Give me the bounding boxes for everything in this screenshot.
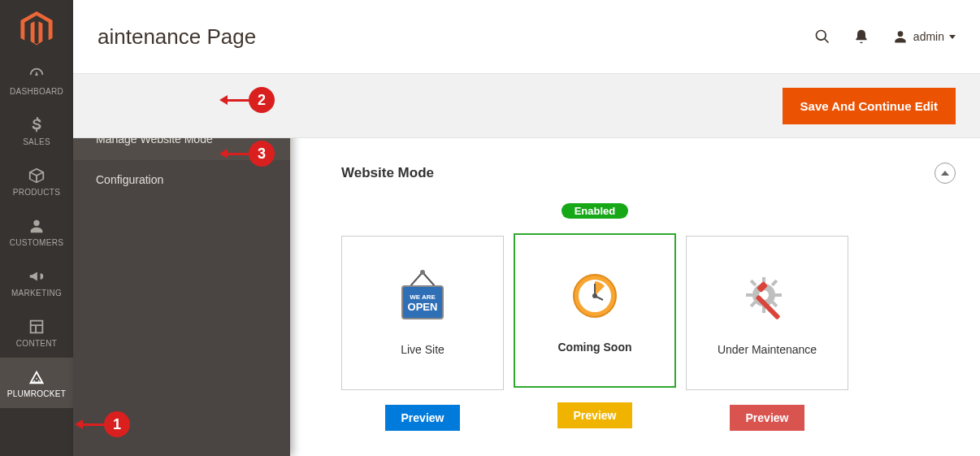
callout-2: 2	[226, 87, 275, 113]
callout-1: 1	[81, 411, 130, 437]
section-header: Website Mode	[341, 163, 956, 203]
svg-line-4	[423, 272, 435, 286]
mode-label: Under Maintenance	[718, 343, 817, 356]
sidebar-item-label: PRODUCTS	[13, 188, 61, 197]
sidebar-item-label: MARKETING	[11, 289, 62, 297]
callout-number: 1	[104, 411, 130, 437]
svg-text:OPEN: OPEN	[408, 301, 438, 313]
gauge-icon	[28, 66, 46, 84]
sidebar-item-marketing[interactable]: MARKETING	[0, 257, 73, 307]
svg-point-2	[38, 380, 40, 381]
open-sign-icon: WE ARE OPEN	[394, 270, 451, 327]
card-coming-soon[interactable]: Coming Soon	[514, 233, 676, 388]
mode-live-site: WE ARE OPEN Live Site Preview	[341, 203, 504, 431]
sidebar-item-label: CUSTOMERS	[10, 238, 63, 247]
layout-icon	[28, 318, 46, 336]
preview-coming-soon-button[interactable]: Preview	[557, 402, 633, 428]
sidebar-item-plumrocket[interactable]: PLUMROCKET	[0, 358, 73, 408]
sidebar-item-label: CONTENT	[16, 339, 57, 348]
chevron-down-icon	[949, 35, 956, 39]
callout-3: 3	[226, 141, 275, 167]
user-icon	[892, 28, 908, 45]
page-title: aintenance Page	[98, 24, 256, 50]
svg-point-0	[36, 377, 37, 379]
mode-cards: WE ARE OPEN Live Site Preview Enabled	[341, 203, 956, 431]
svg-rect-19	[775, 293, 782, 297]
arrow-icon	[81, 423, 106, 426]
svg-rect-22	[771, 280, 778, 286]
sidebar-item-label: SALES	[23, 137, 50, 146]
enabled-badge: Enabled	[562, 203, 629, 219]
admin-sidebar: DASHBOARD SALES PRODUCTS CUSTOMERS MARKE…	[0, 0, 73, 456]
svg-rect-20	[750, 280, 757, 286]
mode-label: Live Site	[401, 343, 444, 356]
megaphone-icon	[28, 267, 46, 285]
svg-point-1	[33, 380, 35, 381]
mode-coming-soon: Enabled Coming Soon Preview	[514, 203, 676, 431]
page-header: aintenance Page admin	[73, 0, 980, 73]
arrow-icon	[226, 153, 250, 155]
admin-label: admin	[913, 30, 944, 43]
card-live-site[interactable]: WE ARE OPEN Live Site	[341, 236, 504, 390]
preview-maintenance-button[interactable]: Preview	[730, 405, 805, 431]
arrow-icon	[226, 99, 250, 102]
search-icon[interactable]	[814, 28, 830, 45]
mode-under-maintenance: Under Maintenance Preview	[686, 203, 848, 431]
header-tools: admin	[814, 28, 956, 45]
magento-logo	[0, 0, 73, 55]
sidebar-item-content[interactable]: CONTENT	[0, 307, 73, 358]
box-icon	[28, 167, 46, 185]
collapse-toggle[interactable]	[934, 163, 956, 184]
sidebar-item-label: DASHBOARD	[10, 87, 63, 96]
sidebar-item-customers[interactable]: CUSTOMERS	[0, 206, 73, 257]
gear-screwdriver-icon	[739, 270, 796, 327]
action-bar: Save And Continue Edit	[73, 73, 980, 138]
mode-label: Coming Soon	[558, 341, 632, 354]
sidebar-item-products[interactable]: PRODUCTS	[0, 156, 73, 206]
svg-text:WE ARE: WE ARE	[410, 293, 436, 301]
sidebar-item-dashboard[interactable]: DASHBOARD	[0, 55, 73, 106]
svg-line-3	[410, 272, 423, 286]
dollar-icon	[28, 116, 46, 134]
callout-number: 2	[249, 87, 275, 113]
card-under-maintenance[interactable]: Under Maintenance	[686, 236, 848, 390]
triangle-dots-icon	[28, 368, 46, 386]
admin-account[interactable]: admin	[892, 28, 956, 45]
person-icon	[28, 217, 46, 235]
sidebar-item-sales[interactable]: SALES	[0, 106, 73, 156]
svg-rect-18	[746, 293, 752, 297]
preview-live-button[interactable]: Preview	[385, 405, 461, 431]
sidebar-item-label: PLUMROCKET	[7, 389, 66, 398]
section-title: Website Mode	[341, 165, 434, 181]
bell-icon[interactable]	[853, 28, 869, 45]
svg-point-5	[420, 270, 425, 275]
save-continue-button[interactable]: Save And Continue Edit	[783, 88, 956, 124]
clock-icon	[566, 267, 623, 324]
callout-number: 3	[249, 141, 275, 167]
content: Website Mode WE ARE OPEN Live Si	[73, 138, 980, 456]
